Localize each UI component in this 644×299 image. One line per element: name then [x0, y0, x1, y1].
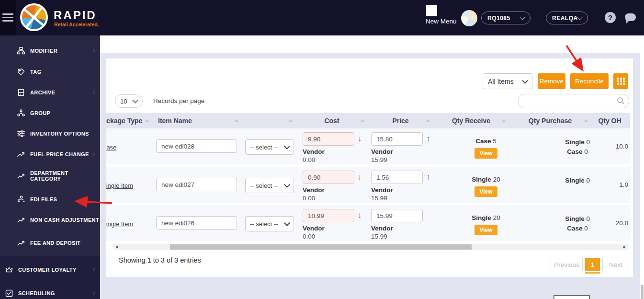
- sidebar-item-inventory-options[interactable]: INVENTORY OPTIONS: [0, 126, 100, 141]
- help-icon[interactable]: ?: [605, 12, 616, 23]
- remove-button[interactable]: Remove: [538, 73, 565, 89]
- scroll-right-icon[interactable]: ►: [622, 244, 627, 250]
- sort-icon[interactable]: [235, 118, 238, 124]
- sort-icon[interactable]: [361, 118, 364, 124]
- chevron-down-icon: [520, 14, 525, 20]
- sort-icon[interactable]: [145, 118, 149, 124]
- vendor-cost-value: 0.00: [303, 233, 368, 240]
- column-header-qty-purchase[interactable]: Qty Purchase: [509, 113, 591, 128]
- chevron-down-icon: [132, 97, 138, 104]
- user-avatar[interactable]: [461, 10, 477, 26]
- package-type-link[interactable]: Case: [106, 144, 116, 151]
- view-button[interactable]: View: [475, 148, 497, 159]
- hamburger-menu-icon[interactable]: [2, 13, 13, 22]
- edi-items-table: Package Type Item Name Cost Price Qty Re…: [106, 113, 630, 243]
- vendor-label: Vendor: [371, 148, 433, 155]
- row-select[interactable]: -- select --: [245, 178, 294, 193]
- pagination-next-button[interactable]: Next: [602, 258, 629, 271]
- search-input[interactable]: [524, 95, 615, 107]
- column-header-blank[interactable]: [242, 113, 296, 128]
- sidebar-item-non-cash-adjustment[interactable]: NON CASH ADJUSTMENT: [0, 213, 100, 227]
- brand-name: RAPID: [54, 9, 97, 22]
- column-header-price[interactable]: Price: [368, 113, 433, 128]
- scroll-left-icon[interactable]: ◄: [114, 244, 119, 250]
- row-select[interactable]: -- select --: [245, 216, 294, 231]
- view-button[interactable]: View: [475, 225, 497, 235]
- sidebar: MODIFIER › TAG ARCHIVE › GROUP INVENTORY…: [0, 35, 100, 299]
- sidebar-item-department-category[interactable]: DEPARTMENT CATEGORY: [0, 169, 100, 183]
- cost-input[interactable]: [303, 132, 354, 146]
- sidebar-item-fee-and-deposit[interactable]: FEE AND DEPOSIT: [0, 236, 100, 250]
- page-scrollbar[interactable]: [640, 35, 644, 299]
- person-icon: [17, 195, 26, 204]
- item-name-input[interactable]: [156, 139, 237, 153]
- sidebar-item-group[interactable]: GROUP: [0, 106, 100, 120]
- column-header-qty-oh[interactable]: Qty OH: [591, 113, 630, 128]
- showing-entries-text: Showing 1 to 3 of 3 entries: [119, 256, 201, 264]
- sidebar-item-fuel-price-change[interactable]: FUEL PRICE CHANGE ›: [0, 147, 100, 161]
- pagination-previous-button[interactable]: Previous: [551, 258, 583, 271]
- price-input[interactable]: [371, 171, 423, 184]
- trend-icon: [17, 216, 26, 225]
- items-filter-select[interactable]: All Items: [483, 73, 532, 89]
- sidebar-item-edi-files[interactable]: EDI FILES: [0, 192, 100, 207]
- item-name-input[interactable]: [156, 178, 237, 191]
- package-type-link[interactable]: Single Item: [106, 220, 133, 228]
- vendor-price-value: 15.99: [371, 156, 433, 163]
- item-name-input[interactable]: [156, 216, 237, 230]
- vendor-cost-value: 0.00: [303, 156, 368, 163]
- column-header-qty-receive[interactable]: Qty Receive: [433, 113, 509, 128]
- pagination-page-1-button[interactable]: 1: [585, 258, 600, 271]
- sort-icon[interactable]: [426, 118, 430, 124]
- sort-icon[interactable]: [502, 118, 506, 124]
- column-header-cost[interactable]: Cost: [296, 113, 368, 128]
- page-scrollbar-thumb[interactable]: [641, 285, 644, 299]
- cost-input[interactable]: [303, 171, 354, 184]
- chevron-right-icon: ›: [92, 87, 95, 97]
- new-menu-icon[interactable]: [426, 5, 437, 16]
- row-select[interactable]: -- select --: [245, 139, 294, 155]
- price-input[interactable]: [371, 209, 423, 222]
- crown-icon: [5, 265, 14, 275]
- sidebar-item-tag[interactable]: TAG: [0, 65, 100, 79]
- qty-purchase-value: Single 0: [565, 176, 590, 185]
- column-header-item-name[interactable]: Item Name: [152, 113, 242, 128]
- terminal-dropdown-value: RQ1085: [487, 15, 510, 22]
- vendor-label: Vendor: [371, 225, 433, 232]
- sort-icon[interactable]: [584, 118, 588, 124]
- table-scrollbar-thumb[interactable]: [170, 244, 472, 250]
- price-input[interactable]: [371, 132, 423, 146]
- app-screen: RAPID Retail Accelerated. New Menu RQ108…: [0, 0, 644, 299]
- qty-purchase-value: Single 0 Case 0: [565, 214, 590, 233]
- sidebar-item-modifier[interactable]: MODIFIER ›: [0, 44, 100, 58]
- grid-view-button[interactable]: [613, 73, 628, 89]
- content-panel: All Items Remove Reconcile 10 Records pe…: [106, 58, 633, 277]
- sitemap-icon: [17, 46, 26, 56]
- sidebar-item-archive[interactable]: ARCHIVE ›: [0, 85, 100, 100]
- vendor-label: Vendor: [303, 225, 368, 232]
- vendor-label: Vendor: [303, 186, 368, 194]
- table-horizontal-scrollbar[interactable]: ◄ ►: [113, 244, 628, 250]
- view-button[interactable]: View: [475, 186, 497, 197]
- sidebar-item-customer-loyalty[interactable]: CUSTOMER LOYALTY ›: [0, 263, 100, 277]
- rapid-logo-icon[interactable]: [20, 3, 48, 31]
- sidebar-item-scheduling[interactable]: SCHEDULING ›: [0, 286, 100, 299]
- checkbox-icon: [5, 289, 14, 298]
- chevron-down-icon: [284, 220, 290, 226]
- price-up-arrow-icon: ↑: [426, 172, 433, 182]
- package-type-link[interactable]: Single Item: [106, 182, 133, 189]
- new-menu-label: New Menu: [426, 18, 457, 25]
- table-header-row: Package Type Item Name Cost Price Qty Re…: [106, 113, 630, 128]
- terminal-dropdown[interactable]: RQ1085: [481, 12, 531, 24]
- reconcile-button[interactable]: Reconcile: [570, 73, 609, 89]
- column-header-package-type[interactable]: Package Type: [106, 113, 152, 128]
- sort-icon[interactable]: [289, 118, 293, 124]
- table-row: Single Item -- select -- ↓ Vendor 0.00 ↑…: [106, 167, 630, 205]
- chevron-right-icon: ›: [92, 264, 95, 274]
- store-dropdown[interactable]: REALQA: [546, 12, 588, 24]
- cost-input[interactable]: [303, 209, 354, 222]
- chat-icon[interactable]: [625, 13, 636, 21]
- records-per-page-select[interactable]: 10: [115, 94, 143, 108]
- trend-icon: [17, 150, 26, 159]
- cost-down-arrow-icon: ↓: [358, 211, 364, 220]
